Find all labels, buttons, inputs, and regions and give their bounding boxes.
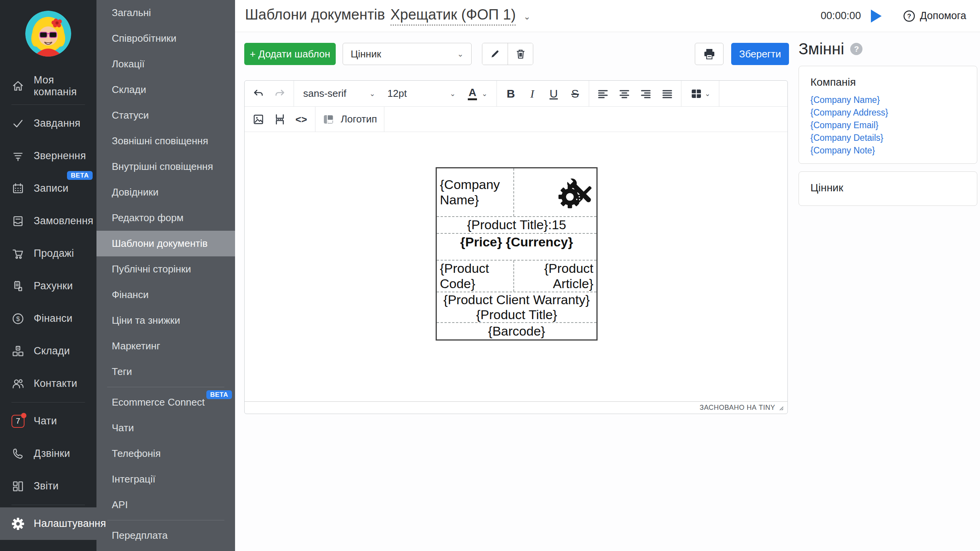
product-article-cell[interactable]: {Product Article} [514, 261, 596, 292]
variable-link-company-details[interactable]: {Company Details} [810, 132, 977, 144]
settings-item-tags[interactable]: Теги [96, 359, 235, 385]
price-tag-template-table[interactable]: {Company Name} [436, 167, 598, 341]
sidebar-item-reports[interactable]: Звіти [0, 470, 96, 502]
page-title: Шаблони документів [245, 7, 385, 23]
variable-link-company-name[interactable]: {Company Name} [810, 94, 977, 106]
add-template-button[interactable]: + Додати шаблон [244, 43, 336, 65]
editor-toolbar-row2: <> Логотип [245, 107, 787, 132]
align-center-button[interactable] [614, 84, 634, 104]
location-selector[interactable]: Хрещатик (ФОП 1) [390, 7, 516, 26]
sidebar-item-appeals[interactable]: Звернення [0, 140, 96, 172]
logo-cell[interactable] [514, 168, 596, 216]
warranty-line: {Product Client Warranty} [443, 292, 590, 307]
variables-help-icon[interactable]: ? [850, 43, 862, 55]
product-code-cell[interactable]: {Product Code} [437, 261, 514, 292]
beta-badge: BETA [206, 390, 232, 399]
settings-item-chats[interactable]: Чати [96, 415, 235, 441]
text-color-select[interactable]: A ⌄ [462, 84, 493, 104]
settings-item-warehouses[interactable]: Склади [96, 77, 235, 103]
settings-item-internal-notifications[interactable]: Внутрішні сповіщення [96, 154, 235, 179]
warranty-cell[interactable]: {Product Client Warranty} {Product Title… [437, 292, 596, 323]
help-label: Допомога [920, 10, 966, 22]
align-justify-button[interactable] [657, 84, 677, 104]
print-button[interactable] [695, 43, 724, 65]
align-left-button[interactable] [593, 84, 613, 104]
chevron-down-icon: ⌄ [457, 49, 464, 59]
settings-item-marketing[interactable]: Маркетинг [96, 333, 235, 359]
settings-item-label: Ecommerce Connect [112, 396, 205, 408]
settings-item-api[interactable]: API [96, 492, 235, 518]
settings-item-finance[interactable]: Фінанси [96, 282, 235, 308]
sidebar-item-tasks[interactable]: Завдання [0, 107, 96, 140]
source-code-button[interactable]: <> [291, 109, 311, 129]
variables-section-pricetag[interactable]: Цінник [799, 171, 977, 206]
settings-item-employees[interactable]: Співробітники [96, 26, 235, 51]
settings-item-telephony[interactable]: Телефонія [96, 441, 235, 466]
insert-logo-button[interactable]: Логотип [319, 109, 380, 129]
save-button[interactable]: Зберегти [731, 43, 789, 65]
resize-handle-icon[interactable] [778, 405, 784, 411]
font-size-select[interactable]: 12pt ⌄ [382, 84, 461, 104]
sidebar-item-records[interactable]: BETA Записи [0, 172, 96, 205]
sidebar-item-label: Рахунки [34, 280, 73, 292]
settings-item-locations[interactable]: Локації [96, 51, 235, 77]
font-family-select[interactable]: sans-serif ⌄ [298, 84, 381, 104]
sidebar-item-invoices[interactable]: Рахунки [0, 270, 96, 302]
font-group: sans-serif ⌄ 12pt ⌄ A ⌄ [294, 81, 497, 106]
settings-item-form-editor[interactable]: Редактор форм [96, 205, 235, 231]
sidebar-item-sales[interactable]: Продажі [0, 237, 96, 270]
settings-item-public-pages[interactable]: Публічні сторінки [96, 256, 235, 282]
settings-item-general[interactable]: Загальні [96, 0, 235, 26]
sidebar-item-finance[interactable]: $ Фінанси [0, 302, 96, 335]
page-break-button[interactable] [270, 109, 290, 129]
redo-icon [274, 88, 286, 99]
sidebar-item-settings[interactable]: Налаштування [0, 507, 96, 540]
settings-item-external-notifications[interactable]: Зовнішні сповіщення [96, 128, 235, 154]
user-avatar[interactable] [0, 0, 96, 70]
company-name-cell[interactable]: {Company Name} [437, 168, 514, 216]
sidebar-item-chats[interactable]: 7 Чати [0, 405, 96, 437]
sidebar-item-warehouses[interactable]: Склади [0, 335, 96, 367]
svg-text:$: $ [16, 315, 20, 323]
editor-canvas[interactable]: {Company Name} [245, 132, 787, 401]
table-group: ⌄ [681, 81, 719, 106]
sidebar-item-label: Записи [34, 183, 69, 194]
settings-item-integrations[interactable]: Інтеграції [96, 466, 235, 492]
edit-template-button[interactable] [482, 43, 508, 65]
settings-item-subscription[interactable]: Передплата [96, 523, 235, 548]
product-title-cell[interactable]: {Product Title}:15 [437, 217, 596, 234]
settings-item-statuses[interactable]: Статуси [96, 103, 235, 128]
sidebar-item-orders[interactable]: Замовлення [0, 205, 96, 237]
settings-item-label: Теги [112, 366, 132, 378]
barcode-cell[interactable]: {Barcode} [437, 323, 596, 339]
sidebar-item-calls[interactable]: Дзвінки [0, 437, 96, 470]
italic-button[interactable]: I [522, 84, 542, 104]
play-button[interactable] [871, 10, 882, 23]
align-right-button[interactable] [636, 84, 656, 104]
template-select[interactable]: Цінник ⌄ [343, 43, 472, 65]
variable-link-company-note[interactable]: {Company Note} [810, 144, 977, 157]
page-break-icon [274, 113, 286, 126]
settings-item-prices-discounts[interactable]: Ціни та знижки [96, 308, 235, 333]
variable-link-company-address[interactable]: {Company Address} [810, 106, 977, 119]
chevron-down-icon[interactable]: ⌄ [523, 12, 530, 22]
underline-button[interactable]: U [544, 84, 564, 104]
redo-button[interactable] [270, 84, 290, 104]
settings-item-directories[interactable]: Довідники [96, 179, 235, 205]
settings-item-label: Склади [112, 84, 146, 96]
undo-button[interactable] [248, 84, 268, 104]
sidebar-item-contacts[interactable]: Контакти [0, 367, 96, 400]
strikethrough-button[interactable]: S [565, 84, 585, 104]
price-cell[interactable]: {Price} {Currency} [437, 234, 596, 261]
insert-group: <> [245, 107, 315, 132]
help-button[interactable]: ? Допомога [903, 10, 966, 22]
settings-item-ecommerce-connect[interactable]: Ecommerce Connect BETA [96, 390, 235, 415]
insert-image-button[interactable] [248, 109, 268, 129]
variable-link-company-email[interactable]: {Company Email} [810, 119, 977, 132]
settings-item-document-templates[interactable]: Шаблони документів [96, 231, 235, 256]
sidebar-item-label: Налаштування [34, 518, 106, 530]
delete-template-button[interactable] [508, 43, 533, 65]
insert-table-button[interactable]: ⌄ [685, 84, 715, 104]
bold-button[interactable]: B [501, 84, 521, 104]
sidebar-item-my-company[interactable]: Моя компанія [0, 70, 96, 102]
